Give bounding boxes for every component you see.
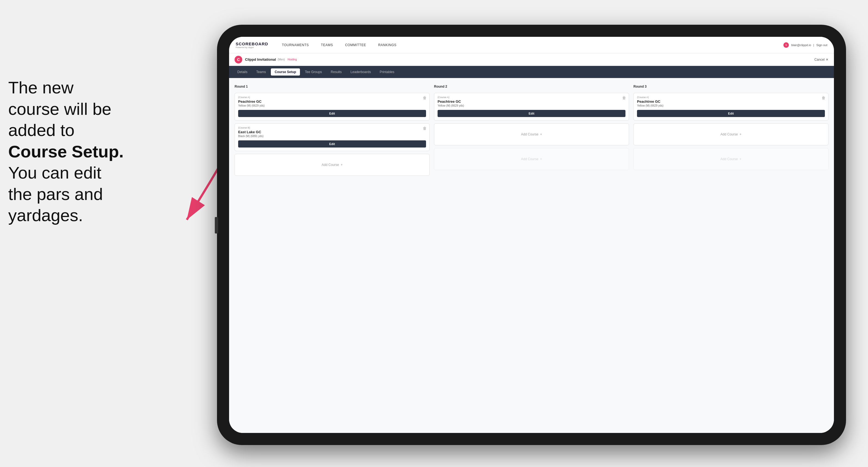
round-2-course-a-tag: (Course A) [438,96,625,99]
round-1-course-a-delete-icon[interactable]: 🗑 [422,95,427,100]
round-3-course-a-tag: (Course A) [637,96,825,99]
tab-results[interactable]: Results [327,68,346,75]
round-2-add-course-button[interactable]: Add Course + [434,123,629,145]
round-1-course-a-name: Peachtree GC [238,99,426,103]
scoreboard-logo: SCOREBOARD Powered by clippd [236,41,268,49]
cancel-button[interactable]: Cancel ✕ [814,58,829,62]
nav-committee[interactable]: COMMITTEE [343,42,368,48]
tab-leaderboards[interactable]: Leaderboards [347,68,375,75]
tournament-gender: (Men) [278,58,285,61]
round-1-course-b-details: Black (M) (6891 yds) [238,134,426,137]
tablet-screen: SCOREBOARD Powered by clippd TOURNAMENTS… [229,37,834,433]
tab-course-setup[interactable]: Course Setup [271,68,300,75]
round-2-course-a-details: Yellow (M) (6629 yds) [438,104,625,107]
brand-sub: Powered by clippd [236,46,268,49]
tab-teams[interactable]: Teams [252,68,270,75]
tournament-name: Clippd Invitational [245,57,276,62]
round-1-course-a-tag: (Course A) [238,96,426,99]
rounds-grid: Round 1 🗑 (Course A) Peachtree GC Yellow… [235,85,829,176]
round-3-label: Round 3 [633,85,829,89]
brand-name: SCOREBOARD [236,41,268,46]
round-3-add-course-button[interactable]: Add Course + [633,123,829,145]
tablet-shell: SCOREBOARD Powered by clippd TOURNAMENTS… [217,25,846,445]
round-3-add-course-disabled: Add Course + [633,148,829,170]
round-1-course-a-edit-button[interactable]: Edit [238,110,426,117]
round-3-course-a-card: 🗑 (Course A) Peachtree GC Yellow (M) (66… [633,93,829,121]
round-1-course-a-card: 🗑 (Course A) Peachtree GC Yellow (M) (66… [235,93,430,121]
round-1-course-b-edit-button[interactable]: Edit [238,141,426,148]
main-content: Round 1 🗑 (Course A) Peachtree GC Yellow… [229,78,834,433]
round-2-course-a-edit-button[interactable]: Edit [438,110,625,117]
nav-rankings[interactable]: RANKINGS [377,42,398,48]
round-3-column: Round 3 🗑 (Course A) Peachtree GC Yellow… [633,85,829,176]
user-email: blair@clippd.io [791,43,811,47]
round-2-course-a-name: Peachtree GC [438,99,625,103]
tab-printables[interactable]: Printables [376,68,398,75]
round-1-label: Round 1 [235,85,430,89]
round-1-course-a-details: Yellow (M) (6629 yds) [238,104,426,107]
round-1-course-b-delete-icon[interactable]: 🗑 [422,126,427,131]
tab-tee-groups[interactable]: Tee Groups [301,68,326,75]
round-1-column: Round 1 🗑 (Course A) Peachtree GC Yellow… [235,85,430,176]
round-3-course-a-name: Peachtree GC [637,99,825,103]
tabs-bar: Details Teams Course Setup Tee Groups Re… [229,66,834,78]
round-3-course-a-delete-icon[interactable]: 🗑 [821,95,826,100]
sign-out-link[interactable]: Sign out [816,43,827,47]
tournament-bar: C Clippd Invitational (Men) Hosting Canc… [229,53,834,66]
top-nav: SCOREBOARD Powered by clippd TOURNAMENTS… [229,37,834,53]
round-3-course-a-details: Yellow (M) (6629 yds) [637,104,825,107]
round-1-course-b-name: East Lake GC [238,130,426,134]
round-1-add-course-button[interactable]: Add Course + [235,154,430,176]
nav-tournaments[interactable]: TOURNAMENTS [280,42,310,48]
round-3-course-a-edit-button[interactable]: Edit [637,110,825,117]
nav-user-area: b blair@clippd.io | Sign out [783,42,827,48]
tournament-status: Hosting [288,58,297,61]
user-avatar: b [783,42,789,48]
nav-teams[interactable]: TEAMS [319,42,335,48]
tablet-side-button [215,217,218,234]
tab-details[interactable]: Details [234,68,251,75]
round-1-course-b-tag: (Course B) [238,126,426,129]
round-2-course-a-card: 🗑 (Course A) Peachtree GC Yellow (M) (66… [434,93,629,121]
round-2-column: Round 2 🗑 (Course A) Peachtree GC Yellow… [434,85,629,176]
tournament-logo-icon: C [235,56,242,63]
round-2-label: Round 2 [434,85,629,89]
round-2-course-a-delete-icon[interactable]: 🗑 [622,95,626,100]
round-2-add-course-disabled: Add Course + [434,148,629,170]
nav-separator: | [813,43,814,47]
round-1-course-b-card: 🗑 (Course B) East Lake GC Black (M) (689… [235,123,430,151]
